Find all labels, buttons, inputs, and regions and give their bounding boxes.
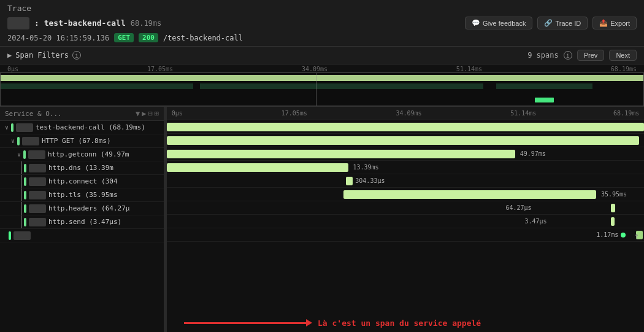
toggle-icon[interactable]: ∨ xyxy=(15,151,23,158)
arrow-head xyxy=(306,319,312,326)
annotation-text: Là c'est un span du service appelé xyxy=(318,318,481,328)
export-icon: 📤 xyxy=(599,19,608,27)
span-color-bar xyxy=(23,150,26,159)
span-bar xyxy=(343,190,596,199)
span-color-bar xyxy=(24,177,26,186)
span-row[interactable] xyxy=(0,229,164,242)
ruler-label-4: 68.19ms xyxy=(611,66,637,72)
span-row[interactable]: ∨ test-backend-call (68.19ms) xyxy=(0,121,164,134)
span-row[interactable]: http.dns (13.39m xyxy=(0,161,164,175)
ruler-label-1: 17.05ms xyxy=(147,66,173,72)
toggle-icon[interactable]: ∨ xyxy=(2,124,11,131)
span-filters-label: Span Filters xyxy=(15,51,69,60)
left-panel-header: Service & O... ▼ ▶ ⊟ ⊞ xyxy=(0,107,164,121)
tl-row[interactable]: 304.33μs xyxy=(167,174,644,188)
service-tag xyxy=(28,150,45,159)
feedback-icon: 💬 xyxy=(472,19,480,27)
expand-icon[interactable]: ▶ xyxy=(142,109,146,118)
tl-row[interactable]: 3.47μs xyxy=(167,215,644,228)
spans-count-label: 9 spans xyxy=(527,51,559,60)
tl-row[interactable]: 35.95ms xyxy=(167,188,644,201)
minimap xyxy=(0,72,644,107)
left-panel: Service & O... ▼ ▶ ⊟ ⊞ ∨ test-backend-ca… xyxy=(0,107,164,332)
bar-duration-label: 3.47μs xyxy=(525,218,547,225)
span-label: http.headers (64.27μ xyxy=(48,204,129,212)
service-badge xyxy=(7,17,29,29)
bar-duration-label: 49.97ms xyxy=(520,150,546,157)
timeline-header: 0μs 17.05ms 34.09ms 51.14ms 68.19ms xyxy=(167,107,644,120)
service-tag xyxy=(29,204,46,213)
tl-ruler-4: 68.19ms xyxy=(613,110,639,117)
collapse-icon[interactable]: ▼ xyxy=(136,109,140,118)
tree-line xyxy=(21,188,23,201)
give-feedback-button[interactable]: 💬 Give feedback xyxy=(465,17,532,29)
service-tag xyxy=(16,123,33,132)
service-tag xyxy=(29,164,46,172)
status-dot xyxy=(621,233,626,237)
annotation-arrow-group: Là c'est un span du service appelé xyxy=(184,318,481,328)
next-button[interactable]: Next xyxy=(609,50,637,61)
span-row[interactable]: http.connect (304 xyxy=(0,175,164,188)
span-row[interactable]: http.tls (35.95ms xyxy=(0,188,164,202)
span-color-bar xyxy=(17,137,20,145)
span-color-bar xyxy=(11,123,13,132)
filters-row: ▶ Span Filters i 9 spans i Prev Next xyxy=(0,47,644,64)
span-filters[interactable]: ▶ Span Filters i xyxy=(7,51,81,60)
span-row[interactable]: http.send (3.47μs) xyxy=(0,215,164,229)
annotation-overlay: Là c'est un span du service appelé xyxy=(167,312,644,330)
arrow-line xyxy=(184,322,307,324)
toggle-icon[interactable]: ∨ xyxy=(9,137,17,144)
span-bar xyxy=(167,136,639,145)
span-bar xyxy=(611,217,615,226)
info-icon: i xyxy=(72,51,81,60)
trace-name: : test-backend-call xyxy=(34,18,126,28)
tl-ruler-0: 0μs xyxy=(172,110,183,117)
timeline-rows: 49.97ms 13.39ms 304.33μs 35.95ms xyxy=(167,120,644,332)
tree-line xyxy=(21,175,23,188)
service-tag xyxy=(22,137,39,145)
span-label: http.tls (35.95ms xyxy=(48,191,118,199)
span-bar xyxy=(167,150,515,158)
trace-id-icon: 🔗 xyxy=(544,19,553,27)
tl-row[interactable]: 49.97ms xyxy=(167,147,644,161)
tl-row[interactable]: 13.39ms xyxy=(167,161,644,174)
tl-ruler-1: 17.05ms xyxy=(282,110,307,117)
tl-ruler-2: 34.09ms xyxy=(396,110,421,117)
span-color-bar xyxy=(24,204,26,213)
expand-all-icon[interactable]: ⊞ xyxy=(155,109,159,118)
method-badge: GET xyxy=(114,33,134,42)
scroll-up-icon[interactable]: ↑ xyxy=(634,231,639,241)
chevron-right-icon: ▶ xyxy=(7,51,12,60)
span-label: http.send (3.47μs) xyxy=(48,218,121,226)
header-actions: 💬 Give feedback 🔗 Trace ID 📤 Export xyxy=(465,17,637,29)
bar-duration-label: 304.33μs xyxy=(355,177,385,184)
prev-button[interactable]: Prev xyxy=(577,50,605,61)
export-button[interactable]: 📤 Export xyxy=(592,17,637,29)
tl-row[interactable] xyxy=(167,134,644,147)
tree-line xyxy=(21,161,23,174)
tree-line xyxy=(21,215,23,228)
request-path: /test-backend-call xyxy=(163,34,243,42)
span-color-bar xyxy=(24,164,26,172)
ruler-label-2: 34.09ms xyxy=(302,66,328,72)
collapse-all-icon[interactable]: ⊟ xyxy=(148,109,153,118)
bar-duration-label: 64.27μs xyxy=(505,204,531,211)
service-tag xyxy=(13,231,31,240)
span-color-bar xyxy=(9,231,11,240)
span-color-bar xyxy=(24,218,26,226)
tl-row[interactable]: 1.17ms ↑ xyxy=(167,228,644,242)
span-label: http.dns (13.39m xyxy=(48,164,113,172)
tl-row[interactable]: 64.27μs xyxy=(167,201,644,215)
span-label: http.getconn (49.97m xyxy=(48,150,129,158)
tl-row[interactable] xyxy=(167,120,644,134)
trace-duration: 68.19ms xyxy=(131,19,162,28)
span-bar xyxy=(611,204,616,212)
span-row[interactable]: ∨ http.getconn (49.97m xyxy=(0,148,164,161)
bar-duration-label: 1.17ms xyxy=(596,231,618,238)
service-tag xyxy=(29,218,46,226)
span-row[interactable]: http.headers (64.27μ xyxy=(0,202,164,215)
span-row[interactable]: ∨ HTTP GET (67.8ms) xyxy=(0,134,164,148)
trace-id-button[interactable]: 🔗 Trace ID xyxy=(537,17,588,29)
span-bar xyxy=(167,123,644,131)
service-tag xyxy=(29,191,46,199)
